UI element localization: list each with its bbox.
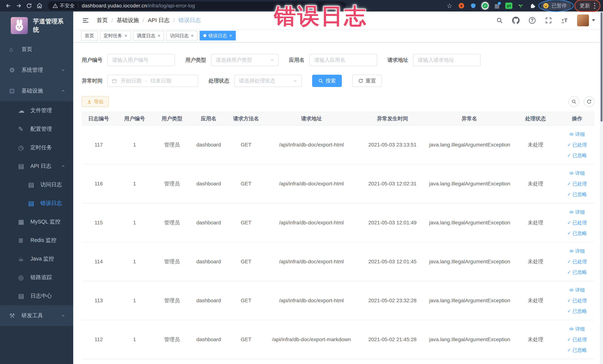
breadcrumb-separator: / <box>142 17 144 23</box>
detail-link[interactable]: 详细 <box>569 326 585 332</box>
detail-link[interactable]: 详细 <box>569 287 585 293</box>
close-icon[interactable]: × <box>158 33 160 38</box>
mark-processed-link[interactable]: ✓已处理 <box>567 336 587 343</box>
browser-update-button[interactable]: 更新 <box>576 0 599 11</box>
sidebar-item-java-monitor[interactable]: ☕ Java 监控 <box>0 250 73 268</box>
sidebar-item-infra[interactable]: ⊡ 基础设施 <box>0 81 73 101</box>
mark-processed-link[interactable]: ✓已处理 <box>567 297 587 304</box>
github-icon[interactable] <box>512 16 520 24</box>
extension-plant-icon[interactable] <box>517 2 524 9</box>
extension-shield-icon[interactable] <box>470 2 477 9</box>
refresh-table-button[interactable] <box>584 96 594 107</box>
check-icon: ✓ <box>567 337 571 342</box>
page-scrollbar[interactable] <box>600 12 603 364</box>
mark-processed-link[interactable]: ✓已处理 <box>567 181 587 187</box>
search-button[interactable]: 搜索 <box>312 75 342 87</box>
user-type-select[interactable] <box>211 54 278 66</box>
sidebar-item-api-log[interactable]: ▤ API 日志 <box>0 157 73 176</box>
fullscreen-icon[interactable] <box>545 16 553 24</box>
breadcrumb-home[interactable]: 首页 <box>97 16 108 24</box>
sidebar-item-file-manage[interactable]: ☁ 文件管理 <box>0 101 73 120</box>
detail-link[interactable]: 详细 <box>569 209 585 215</box>
detail-link[interactable]: 详细 <box>569 170 585 176</box>
detail-link[interactable]: 详细 <box>569 131 585 138</box>
sidebar-item-dev-tools[interactable]: ⚒ 研发工具 <box>0 305 73 326</box>
eye-icon <box>569 249 574 253</box>
mark-ignored-link[interactable]: ✓已忽略 <box>567 230 587 237</box>
font-size-icon[interactable]: тT <box>561 16 569 24</box>
tab-error-log[interactable]: 错误日志 × <box>200 31 236 40</box>
browser-menu-icon[interactable] <box>594 3 595 9</box>
sidebar-item-home[interactable]: ⌂ 首页 <box>0 39 73 60</box>
breadcrumb-infra[interactable]: 基础设施 <box>116 16 139 24</box>
cell-app-name: dashboard <box>190 181 227 187</box>
reset-button[interactable]: 重置 <box>352 75 382 87</box>
app-logo-row[interactable]: 芋道管理系统 <box>0 15 73 39</box>
browser-home-icon[interactable] <box>35 1 44 10</box>
sidebar-item-error-log[interactable]: ▤ 错误日志 <box>0 194 73 212</box>
tab-access-log[interactable]: 访问日志 × <box>166 31 197 40</box>
extension-vue-devtools-icon[interactable]: ✓ <box>482 2 489 9</box>
mark-processed-link[interactable]: ✓已处理 <box>567 220 587 226</box>
scrollbar-thumb[interactable] <box>601 12 603 122</box>
address-bar[interactable]: 不安全 dashboard.yudao.iocoder.cn/infra/log… <box>48 1 346 10</box>
security-warning[interactable]: 不安全 <box>53 2 75 9</box>
search-icon <box>571 99 577 104</box>
tab-home[interactable]: 首页 <box>81 31 98 40</box>
table-header-row: 日志编号 用户编号 用户类型 应用名 请求方法名 请求地址 异常发生时间 异常名… <box>82 112 594 126</box>
cell-log-id: 116 <box>82 181 116 187</box>
sidebar-item-system[interactable]: ⚙ 系统管理 <box>0 60 73 81</box>
close-icon[interactable]: × <box>191 33 194 38</box>
sidebar-item-trace[interactable]: ◎ 链路追踪 <box>0 268 73 287</box>
col-request-url: 请求地址 <box>265 115 358 122</box>
sidebar-item-access-log[interactable]: ▤ 访问日志 <box>0 176 73 194</box>
user-menu[interactable] <box>577 14 595 26</box>
browser-back-icon[interactable] <box>4 1 13 10</box>
extension-orange-icon[interactable] <box>458 2 465 9</box>
detail-link[interactable]: 详细 <box>569 248 585 254</box>
sidebar-item-log-center[interactable]: ▤ 日志中心 <box>0 287 73 305</box>
tab-scheduled-jobs[interactable]: 定时任务 × <box>100 31 131 40</box>
mark-processed-link[interactable]: ✓已处理 <box>567 258 587 265</box>
mark-ignored-link[interactable]: ✓已忽略 <box>567 269 587 276</box>
mark-ignored-link[interactable]: ✓已忽略 <box>567 152 587 159</box>
cell-process-status: 未处理 <box>511 141 560 148</box>
paused-extension-pill[interactable]: 已暂停 <box>541 1 571 10</box>
extension-grid-icon[interactable]: ▦ <box>493 2 500 9</box>
export-button[interactable]: 导出 <box>82 96 109 107</box>
mark-ignored-link[interactable]: ✓已忽略 <box>567 191 587 198</box>
app-name-input[interactable] <box>309 54 377 66</box>
request-url-input[interactable] <box>413 54 481 66</box>
toggle-search-button[interactable] <box>568 96 579 107</box>
date-range-picker[interactable]: 开始日期 - 结束日期 <box>107 75 198 87</box>
mark-ignored-link[interactable]: ✓已忽略 <box>567 347 587 353</box>
log-icon: ▤ <box>28 181 40 188</box>
tab-schedule-log[interactable]: 调度日志 × <box>133 31 164 40</box>
breadcrumb-api-log[interactable]: API 日志 <box>148 16 170 24</box>
field-request-url: 请求地址 <box>387 54 481 66</box>
log-icon: ▤ <box>18 292 30 300</box>
sidebar-item-mysql-monitor[interactable]: ▦ MySQL 监控 <box>0 212 73 231</box>
java-icon: ☕ <box>18 255 30 263</box>
header-search-icon[interactable] <box>496 16 504 24</box>
sidebar-item-scheduled-jobs[interactable]: ◷ 定时任务 <box>0 138 73 157</box>
mark-ignored-link[interactable]: ✓已忽略 <box>567 308 587 315</box>
close-icon[interactable]: × <box>229 33 232 38</box>
browser-reload-icon[interactable] <box>25 1 33 10</box>
cell-actions: 详细 ✓已处理 ✓已忽略 <box>560 209 594 237</box>
extension-git-icon[interactable]: git <box>505 2 512 9</box>
help-icon[interactable]: ? <box>528 16 536 24</box>
user-id-input[interactable] <box>107 54 175 66</box>
extension-puzzle-icon[interactable] <box>529 2 536 9</box>
sidebar-item-config-manage[interactable]: ✎ 配置管理 <box>0 120 73 138</box>
bookmark-star-icon[interactable]: ☆ <box>446 2 453 9</box>
browser-forward-icon[interactable] <box>14 1 23 10</box>
process-status-select[interactable] <box>234 75 302 87</box>
cell-request-url: /api/infra/db-doc/export-html <box>265 142 358 148</box>
field-user-type: 用户类型 <box>185 54 278 66</box>
download-icon <box>87 99 92 104</box>
mark-processed-link[interactable]: ✓已处理 <box>567 142 587 148</box>
close-icon[interactable]: × <box>124 33 127 38</box>
hamburger-icon[interactable] <box>81 16 90 25</box>
sidebar-item-redis-monitor[interactable]: ≣ Redis 监控 <box>0 231 73 250</box>
